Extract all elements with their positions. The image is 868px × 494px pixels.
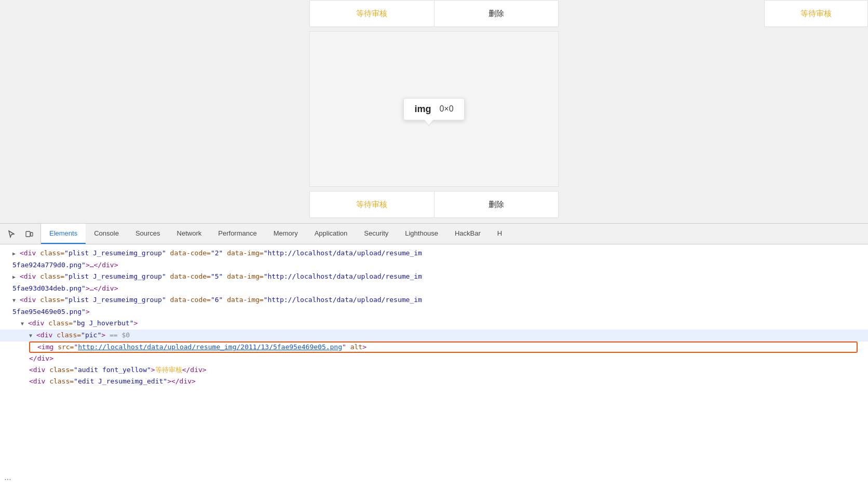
devtools-toolbar: Elements Console Sources Network Perform… [0, 224, 868, 244]
tab-security[interactable]: Security [356, 224, 397, 244]
code-line-3[interactable]: ▼ <div class="plist J_resumeimg_group" d… [0, 294, 868, 306]
tab-memory[interactable]: Memory [265, 224, 306, 244]
tab-more[interactable]: H [489, 224, 510, 244]
device-toggle-button[interactable] [22, 227, 36, 241]
bottom-delete-button[interactable]: 删除 [489, 200, 504, 210]
code-line-6-img[interactable]: <img src="http://localhost/data/upload/r… [0, 341, 868, 353]
right-top-pending: 等待审核 [764, 0, 868, 27]
device-icon [25, 230, 33, 238]
code-line-9[interactable]: <div class="edit J_resumeimg_edit" ></di… [0, 376, 868, 387]
top-pending-button[interactable]: 等待审核 [356, 9, 387, 19]
tooltip-tag: img [414, 104, 431, 115]
bottom-pending-button[interactable]: 等待审核 [356, 200, 387, 210]
inspector-icon-button[interactable] [4, 227, 19, 241]
img-tooltip: img 0×0 [403, 98, 464, 120]
bottom-delete-cell: 删除 [435, 191, 559, 217]
tab-hackbar[interactable]: HackBar [446, 224, 489, 244]
code-line-2[interactable]: ▶ <div class="plist J_resumeimg_group" d… [0, 271, 868, 283]
svg-rect-1 [31, 232, 33, 236]
triangle-expanded-5[interactable]: ▼ [29, 331, 36, 341]
code-line-3b: 5fae95e469e05.png"> [0, 306, 868, 318]
tooltip-size: 0×0 [439, 104, 453, 114]
code-line-4[interactable]: ▼ <div class="bg J_hoverbut" > [0, 318, 868, 330]
tab-elements[interactable]: Elements [41, 224, 86, 244]
tab-application[interactable]: Application [306, 224, 356, 244]
top-pending-cell: 等待审核 [310, 1, 435, 26]
code-line-2b: 5fae93d034deb.png">…</div> [0, 283, 868, 294]
right-top-pending-button[interactable]: 等待审核 [801, 9, 832, 19]
code-line-5-selected[interactable]: ▼ <div class="pic" > == $0 [0, 330, 868, 341]
triangle-collapsed-1[interactable]: ▶ [12, 249, 20, 259]
img-src-link[interactable]: http://localhost/data/upload/resume_img/… [78, 342, 342, 352]
cursor-icon [7, 230, 16, 238]
bottom-action-row: 等待审核 删除 [309, 191, 559, 218]
devtools-tabs: Elements Console Sources Network Perform… [41, 224, 868, 244]
devtools-panel: Elements Console Sources Network Perform… [0, 223, 868, 494]
image-card: img 0×0 [309, 31, 559, 187]
bottom-pending-cell: 等待审核 [310, 191, 435, 217]
page-content-area: 等待审核 删除 等待审核 img 0×0 等待审核 删除 [0, 0, 868, 223]
code-line-1[interactable]: ▶ <div class="plist J_resumeimg_group" d… [0, 248, 868, 259]
tab-sources[interactable]: Sources [127, 224, 169, 244]
devtools-more-button[interactable]: … [0, 471, 16, 484]
tab-performance[interactable]: Performance [210, 224, 265, 244]
code-line-7: </div> [0, 353, 868, 364]
devtools-code-panel: ▶ <div class="plist J_resumeimg_group" d… [0, 244, 868, 494]
top-delete-button[interactable]: 删除 [489, 9, 504, 19]
code-line-8[interactable]: <div class="audit font_yellow" >等待审核</di… [0, 364, 868, 376]
triangle-expanded-3[interactable]: ▼ [12, 295, 20, 306]
triangle-collapsed-2[interactable]: ▶ [12, 272, 20, 282]
tab-console[interactable]: Console [86, 224, 127, 244]
triangle-expanded-4[interactable]: ▼ [21, 319, 28, 329]
top-delete-cell: 删除 [435, 1, 559, 26]
tab-network[interactable]: Network [169, 224, 210, 244]
devtools-icon-group [0, 224, 41, 244]
tab-lighthouse[interactable]: Lighthouse [397, 224, 446, 244]
code-line-1b: 5fae924a779d0.png">…</div> [0, 259, 868, 271]
svg-rect-0 [26, 231, 30, 237]
top-action-row: 等待审核 删除 [309, 0, 559, 27]
